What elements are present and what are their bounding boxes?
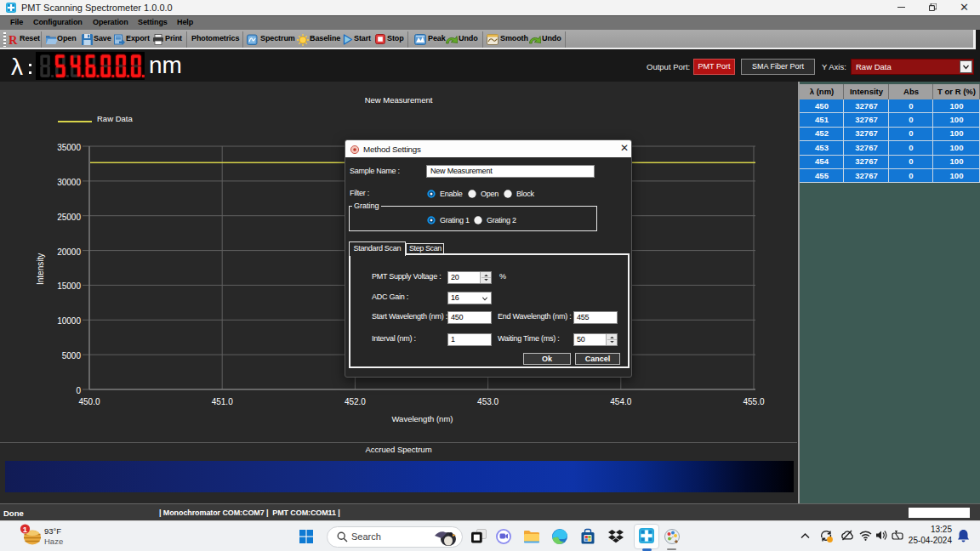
svg-text:R: R bbox=[9, 34, 18, 46]
svg-text:1: 1 bbox=[23, 525, 28, 534]
